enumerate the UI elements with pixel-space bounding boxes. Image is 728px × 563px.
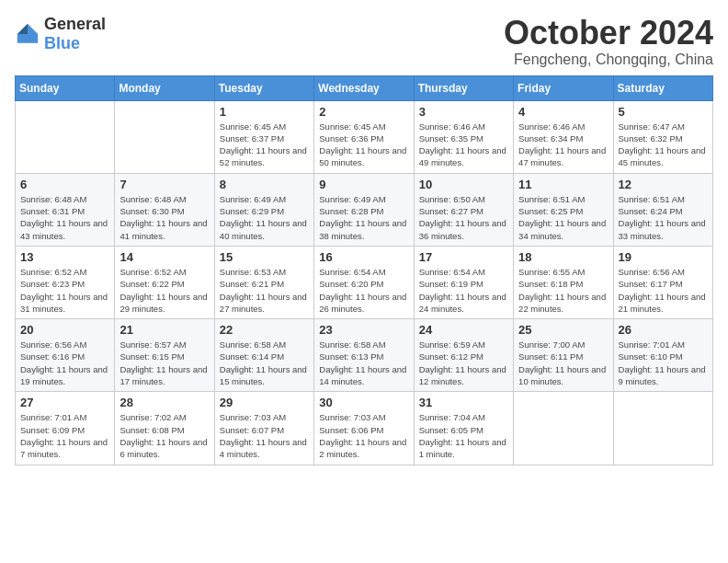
calendar-week-2: 6Sunrise: 6:48 AM Sunset: 6:31 PM Daylig… [16,173,713,246]
calendar-cell: 24Sunrise: 6:59 AM Sunset: 6:12 PM Dayli… [414,319,513,392]
day-info: Sunrise: 6:47 AM Sunset: 6:32 PM Dayligh… [619,121,708,169]
calendar-cell: 21Sunrise: 6:57 AM Sunset: 6:15 PM Dayli… [115,319,214,392]
day-info: Sunrise: 6:45 AM Sunset: 6:36 PM Dayligh… [319,121,408,169]
calendar-cell: 16Sunrise: 6:54 AM Sunset: 6:20 PM Dayli… [314,246,414,318]
day-info: Sunrise: 6:56 AM Sunset: 6:17 PM Dayligh… [619,266,708,315]
logo-icon [15,21,40,47]
calendar-cell: 29Sunrise: 7:03 AM Sunset: 6:07 PM Dayli… [214,392,313,465]
day-number: 31 [419,396,508,409]
day-info: Sunrise: 6:52 AM Sunset: 6:22 PM Dayligh… [119,266,209,315]
calendar-cell: 26Sunrise: 7:01 AM Sunset: 6:10 PM Dayli… [613,319,712,392]
day-info: Sunrise: 6:52 AM Sunset: 6:23 PM Dayligh… [20,266,109,315]
day-number: 9 [319,178,408,191]
day-info: Sunrise: 7:01 AM Sunset: 6:10 PM Dayligh… [619,339,708,387]
day-info: Sunrise: 6:58 AM Sunset: 6:14 PM Dayligh… [220,339,309,387]
calendar-cell: 18Sunrise: 6:55 AM Sunset: 6:18 PM Dayli… [514,246,613,318]
calendar-cell: 30Sunrise: 7:03 AM Sunset: 6:06 PM Dayli… [314,392,414,465]
day-info: Sunrise: 7:02 AM Sunset: 6:08 PM Dayligh… [119,411,209,460]
svg-marker-1 [17,24,28,34]
calendar-cell: 12Sunrise: 6:51 AM Sunset: 6:24 PM Dayli… [613,173,712,246]
calendar-cell: 6Sunrise: 6:48 AM Sunset: 6:31 PM Daylig… [16,173,115,246]
calendar-cell: 5Sunrise: 6:47 AM Sunset: 6:32 PM Daylig… [613,100,712,173]
calendar-cell: 9Sunrise: 6:49 AM Sunset: 6:28 PM Daylig… [314,173,414,246]
calendar-cell: 4Sunrise: 6:46 AM Sunset: 6:34 PM Daylig… [514,100,613,173]
calendar-cell: 19Sunrise: 6:56 AM Sunset: 6:17 PM Dayli… [613,246,712,318]
logo-blue: Blue [44,34,80,52]
day-info: Sunrise: 6:46 AM Sunset: 6:34 PM Dayligh… [518,121,608,169]
calendar-cell: 27Sunrise: 7:01 AM Sunset: 6:09 PM Dayli… [16,392,115,465]
calendar-cell: 13Sunrise: 6:52 AM Sunset: 6:23 PM Dayli… [16,246,115,318]
calendar-header: SundayMondayTuesdayWednesdayThursdayFrid… [16,75,713,100]
weekday-header-thursday: Thursday [414,75,513,100]
day-number: 28 [119,396,209,409]
day-info: Sunrise: 7:04 AM Sunset: 6:05 PM Dayligh… [419,411,508,460]
day-number: 4 [518,105,608,119]
day-number: 29 [220,396,309,409]
day-info: Sunrise: 6:57 AM Sunset: 6:15 PM Dayligh… [119,339,209,387]
calendar-cell: 11Sunrise: 6:51 AM Sunset: 6:25 PM Dayli… [514,173,613,246]
day-number: 10 [419,178,508,191]
calendar-week-1: 1Sunrise: 6:45 AM Sunset: 6:37 PM Daylig… [16,100,713,173]
day-number: 26 [619,323,708,337]
day-number: 11 [518,178,608,191]
calendar-cell: 2Sunrise: 6:45 AM Sunset: 6:36 PM Daylig… [314,100,414,173]
day-info: Sunrise: 6:46 AM Sunset: 6:35 PM Dayligh… [419,121,508,169]
calendar-table: SundayMondayTuesdayWednesdayThursdayFrid… [15,75,713,465]
day-info: Sunrise: 7:01 AM Sunset: 6:09 PM Dayligh… [20,411,109,460]
calendar-cell: 31Sunrise: 7:04 AM Sunset: 6:05 PM Dayli… [414,392,513,465]
day-number: 18 [518,250,608,264]
day-info: Sunrise: 7:00 AM Sunset: 6:11 PM Dayligh… [518,339,608,387]
day-number: 12 [619,178,708,191]
calendar-cell: 23Sunrise: 6:58 AM Sunset: 6:13 PM Dayli… [314,319,414,392]
day-info: Sunrise: 6:48 AM Sunset: 6:31 PM Dayligh… [20,193,109,242]
calendar-cell: 7Sunrise: 6:48 AM Sunset: 6:30 PM Daylig… [115,173,214,246]
calendar-cell: 20Sunrise: 6:56 AM Sunset: 6:16 PM Dayli… [16,319,115,392]
calendar-cell: 28Sunrise: 7:02 AM Sunset: 6:08 PM Dayli… [115,392,214,465]
day-info: Sunrise: 6:56 AM Sunset: 6:16 PM Dayligh… [20,339,109,387]
day-number: 15 [220,250,309,264]
calendar-cell: 10Sunrise: 6:50 AM Sunset: 6:27 PM Dayli… [414,173,513,246]
day-number: 21 [119,323,209,337]
logo-text: General Blue [44,15,106,53]
calendar-cell: 3Sunrise: 6:46 AM Sunset: 6:35 PM Daylig… [414,100,513,173]
calendar-week-4: 20Sunrise: 6:56 AM Sunset: 6:16 PM Dayli… [16,319,713,392]
day-info: Sunrise: 6:50 AM Sunset: 6:27 PM Dayligh… [419,193,508,242]
day-number: 3 [419,105,508,119]
calendar-cell: 25Sunrise: 7:00 AM Sunset: 6:11 PM Dayli… [514,319,613,392]
calendar-week-5: 27Sunrise: 7:01 AM Sunset: 6:09 PM Dayli… [16,392,713,465]
day-info: Sunrise: 6:49 AM Sunset: 6:28 PM Dayligh… [319,193,408,242]
day-info: Sunrise: 6:58 AM Sunset: 6:13 PM Dayligh… [319,339,408,387]
day-number: 24 [419,323,508,337]
calendar-cell: 1Sunrise: 6:45 AM Sunset: 6:37 PM Daylig… [214,100,313,173]
page-header: General Blue October 2024 Fengcheng, Cho… [15,15,713,68]
weekday-row: SundayMondayTuesdayWednesdayThursdayFrid… [16,75,713,100]
calendar-cell: 17Sunrise: 6:54 AM Sunset: 6:19 PM Dayli… [414,246,513,318]
day-info: Sunrise: 7:03 AM Sunset: 6:06 PM Dayligh… [319,411,408,460]
calendar-cell [16,100,115,173]
day-info: Sunrise: 6:54 AM Sunset: 6:20 PM Dayligh… [319,266,408,315]
day-info: Sunrise: 6:45 AM Sunset: 6:37 PM Dayligh… [220,121,309,169]
calendar-week-3: 13Sunrise: 6:52 AM Sunset: 6:23 PM Dayli… [16,246,713,318]
weekday-header-wednesday: Wednesday [314,75,414,100]
title-area: October 2024 Fengcheng, Chongqing, China [504,15,713,68]
logo: General Blue [15,15,106,53]
day-info: Sunrise: 6:59 AM Sunset: 6:12 PM Dayligh… [419,339,508,387]
day-number: 8 [220,178,309,191]
calendar-cell: 8Sunrise: 6:49 AM Sunset: 6:29 PM Daylig… [214,173,313,246]
calendar-cell: 14Sunrise: 6:52 AM Sunset: 6:22 PM Dayli… [115,246,214,318]
calendar-body: 1Sunrise: 6:45 AM Sunset: 6:37 PM Daylig… [16,100,713,465]
calendar-cell [115,100,214,173]
weekday-header-saturday: Saturday [613,75,712,100]
svg-rect-2 [17,34,38,43]
day-number: 2 [319,105,408,119]
day-info: Sunrise: 6:49 AM Sunset: 6:29 PM Dayligh… [220,193,309,242]
day-number: 17 [419,250,508,264]
day-info: Sunrise: 6:48 AM Sunset: 6:30 PM Dayligh… [119,193,209,242]
weekday-header-sunday: Sunday [16,75,115,100]
day-info: Sunrise: 6:51 AM Sunset: 6:24 PM Dayligh… [619,193,708,242]
weekday-header-tuesday: Tuesday [214,75,313,100]
weekday-header-monday: Monday [115,75,214,100]
day-number: 7 [119,178,209,191]
day-number: 25 [518,323,608,337]
day-number: 27 [20,396,109,409]
